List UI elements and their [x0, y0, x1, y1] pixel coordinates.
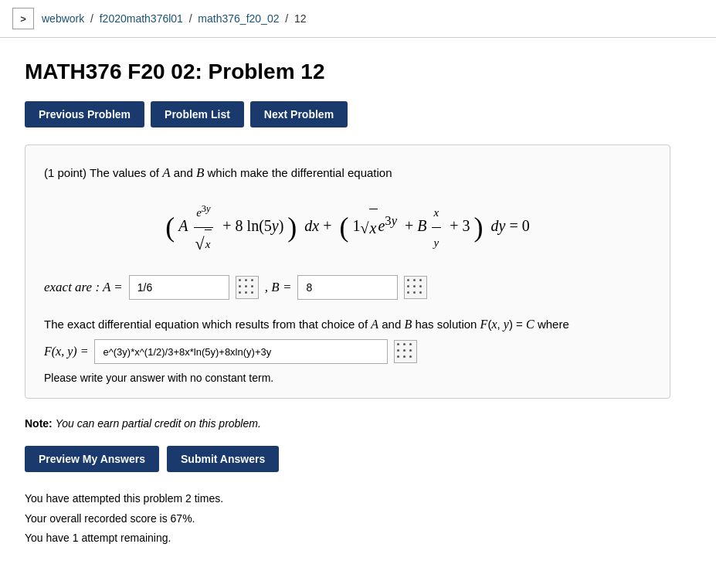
dot	[397, 349, 399, 352]
next-problem-button[interactable]: Next Problem	[250, 101, 348, 127]
A-input[interactable]	[129, 275, 229, 300]
dot	[403, 355, 406, 358]
sqrt-x: √ x	[195, 229, 212, 258]
right-paren-2: )	[473, 212, 483, 243]
nav-buttons: Previous Problem Problem List Next Probl…	[25, 101, 670, 127]
problem-points: (1 point)	[44, 166, 87, 179]
breadcrumb: webwork / f2020math376l01 / math376_f20_…	[42, 12, 306, 25]
dot	[251, 279, 253, 281]
dot	[409, 355, 412, 358]
A-term: A e3y √ x + 8 ln(5y)	[178, 217, 287, 234]
dot	[397, 343, 399, 345]
dot	[413, 291, 416, 294]
problem-intro-text: The values of A and B which make the dif…	[90, 166, 392, 179]
dot	[245, 285, 247, 287]
B-term: 1 √ x e3y + B x y + 3	[353, 217, 474, 234]
dot	[419, 291, 422, 294]
note-label: Note:	[25, 417, 53, 430]
note-line: Note: You can earn partial credit on thi…	[25, 416, 670, 432]
page-title: MATH376 F20 02: Problem 12	[25, 59, 670, 84]
dot	[239, 285, 241, 287]
breadcrumb-bar: > webwork / f2020math376l01 / math376_f2…	[0, 0, 716, 38]
dot	[403, 349, 406, 352]
dot	[245, 279, 247, 281]
dot	[245, 291, 247, 294]
sqrt-xe3y-content: x	[369, 209, 378, 246]
dot	[413, 285, 416, 287]
dot	[419, 279, 422, 281]
B-label: , B =	[265, 280, 292, 295]
Fxy-input[interactable]	[94, 339, 388, 364]
numerator-x: x	[432, 199, 442, 228]
dot	[251, 291, 253, 294]
dot	[403, 343, 406, 345]
denominator: √ x	[193, 228, 215, 258]
sqrt-x-e3y: √ x	[361, 209, 378, 246]
breadcrumb-course[interactable]: f2020math376l01	[100, 12, 183, 25]
dot	[407, 279, 409, 281]
left-paren-2: (	[340, 212, 349, 243]
problem-box: (1 point) The values of A and B which ma…	[25, 144, 670, 399]
action-buttons: Preview My Answers Submit Answers	[25, 446, 670, 472]
main-content: MATH376 F20 02: Problem 12 Previous Prob…	[0, 38, 695, 573]
dot	[407, 285, 409, 287]
breadcrumb-problem-number: 12	[294, 12, 307, 25]
numerator: e3y	[194, 197, 212, 228]
left-paren-1: (	[165, 212, 175, 243]
B-input-grid-button[interactable]	[404, 276, 427, 299]
note-text: You can earn partial credit on this prob…	[56, 417, 261, 430]
fraction-e3y-sqrtx: e3y √ x	[193, 197, 215, 258]
problem-list-button[interactable]: Problem List	[151, 101, 244, 127]
sqrt-x-content: x	[205, 229, 212, 258]
Fxy-label: F(x, y) =	[44, 345, 88, 359]
dot	[239, 279, 241, 281]
math-equation: ( A e3y √ x + 8 ln(5y) ) dx + (	[44, 197, 651, 258]
dot	[409, 343, 412, 345]
previous-problem-button[interactable]: Previous Problem	[25, 101, 144, 127]
B-input[interactable]	[297, 275, 398, 300]
denominator-y: y	[432, 228, 442, 257]
dot	[251, 285, 253, 287]
A-input-grid-button[interactable]	[236, 276, 259, 299]
dot	[409, 349, 412, 352]
breadcrumb-webwork[interactable]: webwork	[42, 12, 84, 25]
exact-label: exact are : A =	[44, 280, 123, 295]
grid-dots-icon-2	[407, 279, 424, 296]
Fxy-input-grid-button[interactable]	[394, 340, 417, 363]
dot	[419, 285, 422, 287]
status-score: Your overall recorded score is 67%.	[25, 509, 670, 529]
submit-answers-button[interactable]: Submit Answers	[167, 446, 279, 472]
dot	[413, 279, 416, 281]
grid-dots-icon	[239, 279, 256, 296]
preview-answers-button[interactable]: Preview My Answers	[25, 446, 159, 472]
status-remaining: You have 1 attempt remaining.	[25, 529, 670, 548]
sqrt-symbol: √	[195, 236, 205, 253]
dot	[239, 291, 241, 294]
grid-dots-icon-3	[397, 343, 414, 360]
dot	[407, 291, 409, 294]
dot	[397, 355, 399, 358]
no-constant-note: Please write your answer with no constan…	[44, 372, 651, 384]
breadcrumb-assignment[interactable]: math376_f20_02	[198, 12, 279, 25]
sidebar-toggle-button[interactable]: >	[12, 8, 34, 29]
fraction-x-y: x y	[432, 199, 442, 257]
solution-input-row: F(x, y) =	[44, 339, 651, 364]
solution-description: The exact differential equation which re…	[44, 314, 651, 335]
problem-intro: (1 point) The values of A and B which ma…	[44, 162, 651, 183]
status-attempts: You have attempted this problem 2 times.	[25, 489, 670, 508]
right-paren-1: )	[287, 212, 297, 243]
exact-row: exact are : A = , B =	[44, 275, 651, 300]
status-lines: You have attempted this problem 2 times.…	[25, 489, 670, 548]
